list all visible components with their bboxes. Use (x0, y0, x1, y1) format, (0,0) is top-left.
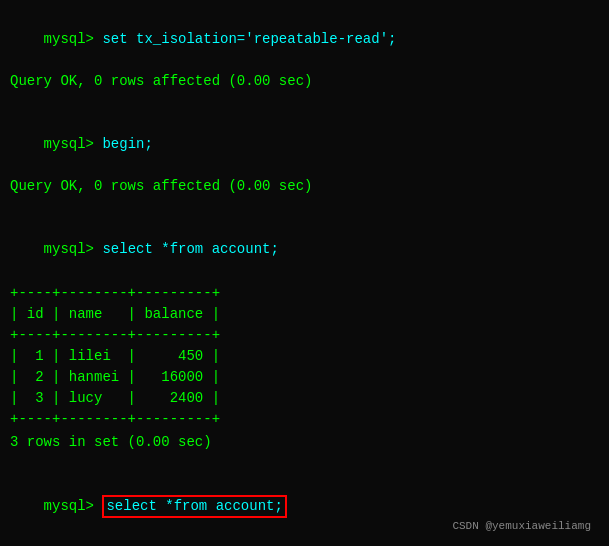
table1-divider-bot: +----+--------+---------+ (10, 409, 599, 430)
table1-divider-top: +----+--------+---------+ (10, 283, 599, 304)
command-line-2: mysql> begin; (10, 113, 599, 176)
blank-2 (10, 197, 599, 218)
table1-row-2: | 2 | hanmei | 16000 | (10, 367, 599, 388)
prompt-2: mysql> (44, 136, 103, 152)
command-line-1: mysql> set tx_isolation='repeatable-read… (10, 8, 599, 71)
table1-divider-mid: +----+--------+---------+ (10, 325, 599, 346)
cmd-4: select *from account; (102, 495, 286, 518)
output-1: Query OK, 0 rows affected (0.00 sec) (10, 71, 599, 92)
prompt-4: mysql> (44, 498, 103, 514)
watermark: CSDN @yemuxiaweiliamg (452, 520, 591, 532)
table2-divider-top: +----+--------+---------+ (10, 541, 599, 546)
blank-1 (10, 92, 599, 113)
cmd-1: set tx_isolation='repeatable-read'; (102, 31, 396, 47)
command-line-3: mysql> select *from account; (10, 218, 599, 281)
table1-row-3: | 3 | lucy | 2400 | (10, 388, 599, 409)
terminal: mysql> set tx_isolation='repeatable-read… (10, 8, 599, 538)
blank-3 (10, 453, 599, 474)
table1-row-1: | 1 | lilei | 450 | (10, 346, 599, 367)
output-3: 3 rows in set (0.00 sec) (10, 432, 599, 453)
table1-header: | id | name | balance | (10, 304, 599, 325)
cmd-3: select *from account; (102, 241, 278, 257)
prompt-1: mysql> (44, 31, 103, 47)
table-1: +----+--------+---------+ | id | name | … (10, 283, 599, 430)
output-2: Query OK, 0 rows affected (0.00 sec) (10, 176, 599, 197)
cmd-2: begin; (102, 136, 152, 152)
prompt-3: mysql> (44, 241, 103, 257)
table-2: +----+--------+---------+ | id | name | … (10, 541, 599, 546)
